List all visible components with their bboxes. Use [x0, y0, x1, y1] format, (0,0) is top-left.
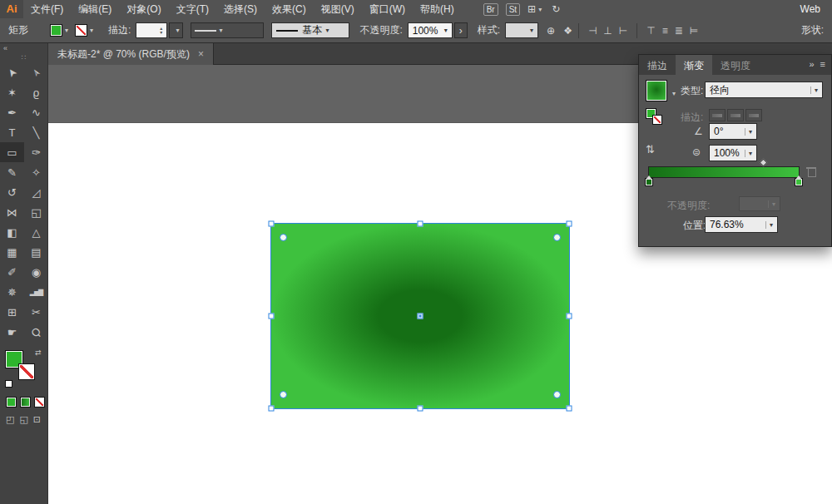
selection-handle-sw[interactable] — [269, 406, 275, 412]
menu-type[interactable]: 文字(T) — [169, 0, 216, 18]
screen-mode-icon[interactable]: ⊡ — [33, 414, 41, 425]
selection-handle-s[interactable] — [418, 406, 423, 412]
default-swatches-icon[interactable] — [5, 380, 12, 388]
shaper-tool[interactable]: ✧ — [24, 162, 48, 182]
paintbrush-tool[interactable]: ✑ — [24, 142, 48, 162]
width-profile-dropdown[interactable] — [191, 22, 264, 38]
align-icon-1[interactable]: ⊣ — [588, 25, 597, 37]
tab-gradient[interactable]: 渐变 — [676, 55, 712, 75]
arrange-documents-icon[interactable]: ⊞ — [527, 3, 542, 15]
lasso-tool[interactable]: ϱ — [24, 82, 48, 102]
angle-input[interactable]: 0°▾ — [709, 123, 757, 140]
color-mode-button[interactable] — [6, 397, 17, 408]
direct-selection-tool[interactable]: ➢ — [24, 62, 48, 82]
selection-handle-nw[interactable] — [269, 221, 275, 227]
selection-handle-e[interactable] — [567, 314, 572, 319]
brush-definition-dropdown[interactable]: 基本 — [271, 22, 349, 38]
magic-wand-tool[interactable]: ✶ — [0, 82, 24, 102]
aspect-ratio-input[interactable]: 100%▾ — [709, 145, 757, 161]
zoom-tool[interactable]: Ϙ — [24, 322, 48, 342]
gradient-fill-swatch[interactable] — [646, 80, 667, 101]
stroke-color-swatch[interactable] — [75, 24, 93, 37]
close-tab-icon[interactable]: × — [198, 48, 204, 60]
stroke-weight-stepper[interactable] — [160, 27, 162, 35]
app-logo[interactable]: Ai — [0, 0, 23, 18]
gradient-type-dropdown[interactable]: 径向▾ — [705, 82, 823, 98]
stroke-weight-input[interactable] — [136, 22, 167, 38]
selection-tool[interactable]: ➤ — [0, 62, 24, 82]
gradient-swatch-caret-icon[interactable] — [672, 90, 676, 97]
perspective-grid-tool[interactable]: △ — [24, 222, 48, 242]
bridge-button[interactable]: Br — [483, 3, 498, 16]
stock-button[interactable]: St — [506, 3, 520, 16]
drawing-mode-normal-icon[interactable]: ◰ — [6, 414, 14, 425]
gradient-tool[interactable]: ▤ — [24, 242, 48, 262]
shape-builder-tool[interactable]: ◧ — [0, 222, 24, 242]
artboard-tool[interactable]: ⊞ — [0, 302, 24, 322]
mesh-tool[interactable]: ▦ — [0, 242, 24, 262]
corner-widget-sw[interactable] — [280, 391, 287, 398]
slice-tool[interactable]: ✂ — [24, 302, 48, 322]
panel-menu-icon[interactable]: ≡ — [820, 59, 825, 75]
curvature-tool[interactable]: ∿ — [24, 102, 48, 122]
gradient-slider-bar[interactable] — [648, 166, 800, 178]
gradient-stop-start[interactable] — [645, 178, 653, 186]
rectangle-tool[interactable]: ▭ — [0, 142, 24, 162]
align-icon-6[interactable]: ≣ — [675, 25, 683, 37]
eyedropper-tool[interactable]: ✐ — [0, 262, 24, 282]
menu-view[interactable]: 视图(V) — [314, 0, 362, 18]
fill-color-swatch[interactable] — [50, 24, 68, 37]
tab-stroke[interactable]: 描边 — [639, 55, 676, 75]
corner-widget-nw[interactable] — [280, 234, 287, 241]
recolor-artwork-icon[interactable]: ❖ — [563, 25, 572, 37]
gradient-midpoint[interactable] — [759, 159, 767, 167]
rect-center-point[interactable] — [418, 314, 423, 319]
pen-tool[interactable]: ✒ — [0, 102, 24, 122]
free-transform-tool[interactable]: ◱ — [24, 202, 48, 222]
menu-edit[interactable]: 编辑(E) — [71, 0, 119, 18]
align-icon-7[interactable]: ⊨ — [690, 25, 698, 37]
tab-transparency[interactable]: 透明度 — [712, 55, 759, 75]
globe-icon[interactable]: ⊕ — [547, 25, 555, 37]
menu-object[interactable]: 对象(O) — [119, 0, 168, 18]
stroke-weight-dropdown[interactable] — [169, 22, 183, 38]
opacity-input[interactable]: 100% — [408, 22, 453, 38]
corner-widget-se[interactable] — [553, 391, 561, 398]
style-dropdown[interactable] — [505, 22, 538, 38]
blend-tool[interactable]: ◉ — [24, 262, 48, 282]
align-icon-2[interactable]: ⊥ — [603, 25, 612, 37]
gradient-stop-end[interactable] — [795, 178, 803, 186]
menu-select[interactable]: 选择(S) — [216, 0, 265, 18]
none-mode-button[interactable] — [34, 397, 45, 408]
selection-handle-w[interactable] — [269, 314, 275, 319]
gradient-mode-button[interactable] — [20, 397, 31, 408]
delete-stop-icon[interactable] — [806, 166, 816, 177]
swap-fill-stroke-icon[interactable]: ⇄ — [35, 348, 42, 357]
menu-help[interactable]: 帮助(H) — [413, 0, 462, 18]
gradient-stroke-proxy[interactable] — [652, 115, 662, 125]
drawing-mode-behind-icon[interactable]: ◱ — [19, 414, 27, 425]
selected-rectangle[interactable] — [270, 223, 570, 409]
stroke-gradient-within-button[interactable] — [709, 109, 726, 121]
toolbar-grip[interactable]: ∷ — [0, 54, 47, 62]
selection-handle-n[interactable] — [418, 221, 423, 227]
stop-position-dropdown[interactable]: 76.63%▾ — [705, 216, 778, 233]
align-icon-3[interactable]: ⊢ — [619, 25, 627, 37]
panel-collapse-icon[interactable]: » — [809, 59, 814, 75]
stroke-swatch[interactable] — [18, 363, 35, 380]
hand-tool[interactable]: ☛ — [0, 322, 24, 342]
line-segment-tool[interactable]: ╲ — [24, 122, 48, 142]
width-tool[interactable]: ⋈ — [0, 202, 24, 222]
align-icon-5[interactable]: ≡ — [662, 25, 668, 37]
scale-tool[interactable]: ◿ — [24, 182, 48, 202]
stroke-gradient-along-button[interactable] — [727, 109, 744, 121]
menu-window[interactable]: 窗口(W) — [362, 0, 413, 18]
stroke-gradient-across-button[interactable] — [745, 109, 762, 121]
pencil-tool[interactable]: ✎ — [0, 162, 24, 182]
column-graph-tool[interactable]: ▂▅▇ — [24, 282, 48, 302]
selection-handle-se[interactable] — [567, 406, 572, 412]
menu-file[interactable]: 文件(F) — [23, 0, 71, 18]
opacity-options-button[interactable]: › — [454, 22, 468, 38]
workspace-switcher[interactable]: Web — [800, 3, 820, 15]
sync-icon[interactable]: ↻ — [552, 3, 560, 15]
